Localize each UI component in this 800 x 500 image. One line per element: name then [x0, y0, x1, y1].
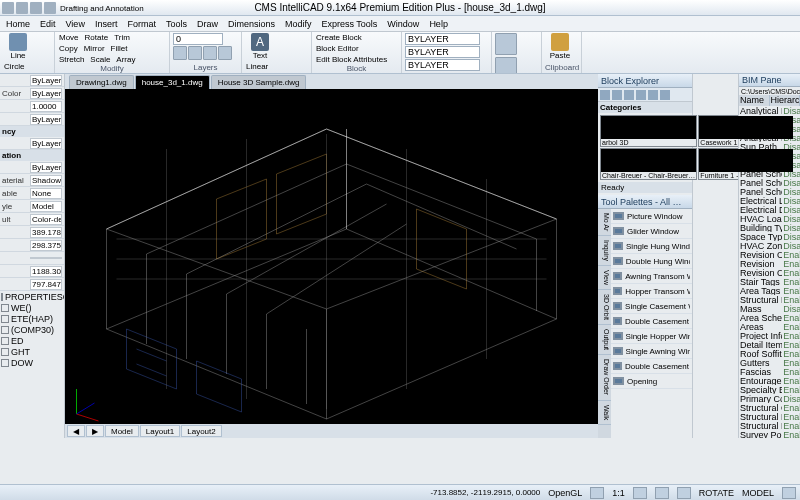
undo-icon[interactable] [30, 2, 42, 14]
menu-tools[interactable]: Tools [166, 19, 187, 29]
palette-item[interactable]: Single Casement Wind… [611, 299, 692, 314]
layer-tool-icon[interactable] [173, 46, 187, 60]
doc-tab[interactable]: Drawing1.dwg [69, 75, 134, 89]
bim-row[interactable]: RevisionEnab [739, 259, 800, 268]
bim-row[interactable]: Panel Schedule Te…Disa [739, 178, 800, 187]
snap-icon[interactable] [590, 487, 604, 499]
bim-row[interactable]: GuttersEnab [739, 358, 800, 367]
bim-row[interactable]: EntourageEnab [739, 376, 800, 385]
layer-row[interactable]: PROPERTIESCLOSE [0, 291, 64, 302]
bim-row[interactable]: Electrical Load Cla…Disa [739, 196, 800, 205]
palette-item[interactable]: Picture Window [611, 209, 692, 224]
copy-icon[interactable] [612, 90, 622, 100]
redo-icon[interactable] [44, 2, 56, 14]
layer-row[interactable]: (COMP30) [0, 324, 64, 335]
prop-value[interactable]: ByLayer [30, 138, 62, 149]
menu-express-tools[interactable]: Express Tools [322, 19, 378, 29]
cut-icon[interactable] [600, 90, 610, 100]
palette-item[interactable]: Double Casement Wind… [611, 314, 692, 329]
palette-item[interactable]: Single Awning Window [611, 344, 692, 359]
layer-toggle-icon[interactable] [1, 326, 9, 334]
bim-row[interactable]: Area SchemesEnab [739, 313, 800, 322]
tab-nav-icon[interactable]: ◀ [67, 425, 85, 437]
prop-value[interactable]: ByLayer [30, 162, 62, 173]
layer-toggle-icon[interactable] [1, 348, 9, 356]
palette-tab[interactable]: Output [598, 325, 611, 355]
layer-toggle-icon[interactable] [1, 304, 9, 312]
block-editor-button[interactable]: Block Editor [315, 44, 398, 53]
prop-value[interactable]: ByLayer [30, 114, 62, 125]
bim-row[interactable]: Revision CloudsEnab [739, 268, 800, 277]
scale-button[interactable]: Scale [89, 55, 111, 64]
layer-tool-icon[interactable] [188, 46, 202, 60]
stretch-button[interactable]: Stretch [58, 55, 85, 64]
layer-row[interactable]: WE() [0, 302, 64, 313]
doc-tab[interactable]: house_3d_1.dwg [135, 75, 210, 89]
bim-row[interactable]: Survey PointEnab [739, 430, 800, 438]
block-thumb[interactable]: arbol 3D [600, 115, 697, 147]
palette-item[interactable]: Opening [611, 374, 692, 389]
menu-format[interactable]: Format [127, 19, 156, 29]
bim-row[interactable]: Panel Schedule Te…Disa [739, 187, 800, 196]
scale-label[interactable]: 1:1 [612, 488, 625, 498]
line-button[interactable]: Line [3, 33, 33, 60]
refresh-icon[interactable] [660, 90, 670, 100]
app-icon[interactable] [2, 2, 14, 14]
polar-icon[interactable] [677, 487, 691, 499]
layout-tab[interactable]: Layout1 [140, 425, 180, 437]
bim-row[interactable]: Roof SoffitsEnab [739, 349, 800, 358]
copy-button[interactable]: Copy [58, 44, 79, 53]
prop-value[interactable]: Color-depend… [30, 214, 62, 225]
palette-tab[interactable]: Draw Order [598, 355, 611, 400]
bim-row[interactable]: Structural FramingEnab [739, 421, 800, 430]
fillet-button[interactable]: Fillet [110, 44, 129, 53]
bim-row[interactable]: Building Type Setti…Disa [739, 223, 800, 232]
bim-row[interactable]: HVAC ZonesDisa [739, 241, 800, 250]
bim-row[interactable]: Analytical NodesDisa [739, 106, 800, 115]
layer-toggle-icon[interactable] [1, 315, 9, 323]
bim-row[interactable]: Electrical DemandDisa [739, 205, 800, 214]
save-icon[interactable] [16, 2, 28, 14]
palette-tab[interactable]: Walk [598, 401, 611, 425]
menu-help[interactable]: Help [429, 19, 448, 29]
menu-modify[interactable]: Modify [285, 19, 312, 29]
workspace-dropdown[interactable]: Drafting and Annotation [60, 4, 144, 13]
layer-tool-icon[interactable] [203, 46, 217, 60]
prop-linetype-dropdown[interactable]: BYLAYER [405, 59, 480, 71]
rotate-button[interactable]: Rotate [84, 33, 110, 42]
group-button[interactable] [495, 33, 517, 55]
circle-button[interactable]: Circle [3, 62, 30, 71]
menu-view[interactable]: View [66, 19, 85, 29]
palette-item[interactable]: Hopper Transom Wind… [611, 284, 692, 299]
layout-tab[interactable]: Layout2 [181, 425, 221, 437]
paste-button[interactable]: Paste [545, 33, 575, 60]
menu-home[interactable]: Home [6, 19, 30, 29]
prop-value[interactable] [30, 257, 62, 259]
layer-row[interactable]: ETE(HAP) [0, 313, 64, 324]
array-button[interactable]: Array [115, 55, 136, 64]
layout-tab[interactable]: Model [105, 425, 139, 437]
palette-tab[interactable]: Inquiry [598, 236, 611, 266]
model-label[interactable]: MODEL [742, 488, 774, 498]
linear-button[interactable]: Linear [245, 62, 292, 71]
bim-header-hier[interactable]: Hierarchy [770, 95, 801, 106]
prop-value[interactable]: Shadows ca… [30, 175, 62, 186]
mirror-button[interactable]: Mirror [83, 44, 106, 53]
bim-row[interactable]: Detail ItemsEnab [739, 340, 800, 349]
layer-toggle-icon[interactable] [1, 337, 9, 345]
palette-item[interactable]: Double Hung Window [611, 254, 692, 269]
bim-row[interactable]: FasciasEnab [739, 367, 800, 376]
palette-tab[interactable]: View [598, 266, 611, 290]
palette-tab[interactable]: Mo Ar [598, 209, 611, 236]
bim-row[interactable]: Area TagsEnab [739, 286, 800, 295]
bim-row[interactable]: HVAC Load Sched…Disa [739, 214, 800, 223]
bim-header-name[interactable]: Name [739, 95, 770, 106]
paste-icon[interactable] [624, 90, 634, 100]
text-button[interactable]: AText [245, 33, 275, 60]
bim-row[interactable]: Structural Beam Sy…Enab [739, 412, 800, 421]
trim-button[interactable]: Trim [113, 33, 131, 42]
bim-row[interactable]: Project InformationEnab [739, 331, 800, 340]
bim-row[interactable]: MassDisa [739, 304, 800, 313]
layer-dropdown[interactable]: 0 [173, 33, 223, 45]
bim-row[interactable]: Primary ContoursDisa [739, 394, 800, 403]
